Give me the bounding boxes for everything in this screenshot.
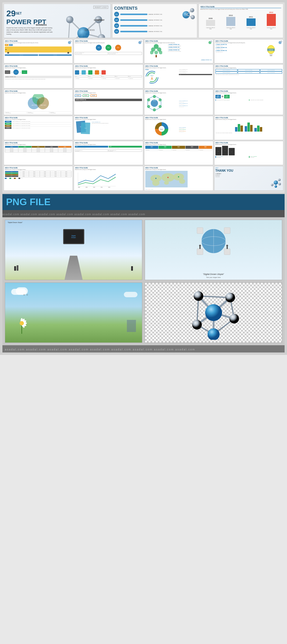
svg-text:2010: 2010 <box>93 187 95 188</box>
png-watermark-strip: asadal.com asadal.com asadal.com asadal.… <box>2 210 285 217</box>
svg-text:ADD TEXT: ADD TEXT <box>41 105 46 106</box>
svg-point-86 <box>278 179 281 181</box>
svg-point-56 <box>159 98 162 101</box>
svg-point-55 <box>153 95 156 98</box>
svg-rect-96 <box>224 249 230 255</box>
png-image-3: ∪∪ <box>5 282 142 343</box>
svg-point-119 <box>205 304 222 321</box>
molecule-graphic-cover <box>56 11 111 38</box>
svg-line-6 <box>83 38 102 38</box>
slide-circle-segments: ADD A TITLE SLIDE Asadal has been runnin… <box>144 116 213 140</box>
svg-point-99 <box>226 245 228 247</box>
svg-text:TEXT: TEXT <box>153 100 156 101</box>
slide-line-graph: ADD A TITLE SLIDE Asadal has been runnin… <box>74 166 143 191</box>
set-number: 29 <box>6 9 16 18</box>
success-label: SUCCESS <box>84 29 95 31</box>
png-file-title: PNG FILE <box>6 196 51 208</box>
svg-point-28 <box>154 51 158 54</box>
slide-devices: ADD A TITLE SLIDE Asadal has been runnin… <box>214 141 283 165</box>
row-7: ADD A TITLE SLIDE Asadal has been runnin… <box>4 166 283 191</box>
svg-point-23 <box>140 40 142 42</box>
svg-point-124 <box>194 291 203 301</box>
svg-point-123 <box>192 320 202 330</box>
bottom-watermark-text: asadal.com asadal.com asadal.com asadal.… <box>5 348 195 351</box>
insert-logo-label: INSERT LOGO <box>93 6 108 9</box>
row-6: ADD A TITLE SLIDE Asadal has been runnin… <box>4 141 283 165</box>
bottom-watermark-strip: asadal.com asadal.com asadal.com asadal.… <box>2 345 285 352</box>
slide-data-table: ADD A TITLE SLIDE Asadal has been runnin… <box>4 166 73 191</box>
contents-title: CONTENTS <box>114 6 176 11</box>
main-container: INSERT LOGO 29SET POWER PPT Asadal has b… <box>0 0 287 355</box>
slide-click-boxes: ADD A TITLE SLIDE Asadal has been runnin… <box>214 64 283 88</box>
svg-point-14 <box>66 16 73 23</box>
svg-point-80 <box>178 176 179 177</box>
svg-text:ADD TEXT: ADD TEXT <box>32 105 37 106</box>
svg-point-108 <box>20 321 24 325</box>
slide-bar-text-pairs: ADD A TITLE SLIDE Asadal has been runnin… <box>74 141 143 165</box>
contents-item-4: 04 ASADAL INTERNET, INC. <box>114 29 176 34</box>
svg-point-59 <box>147 105 150 108</box>
slide-add-title-bus: ADD A TITLE SLIDE Asadal has been runnin… <box>4 39 73 63</box>
svg-point-78 <box>167 177 169 178</box>
svg-text:2012: 2012 <box>108 187 110 188</box>
business-label: BUSINESS <box>36 24 47 26</box>
slide-multi-bar: ADD A TITLE SLIDE Asadal has been runnin… <box>214 116 283 140</box>
ppt-section: INSERT LOGO 29SET POWER PPT Asadal has b… <box>2 2 285 193</box>
timeline-title: ADD A TITLE SLIDE <box>201 6 282 8</box>
cover-slide: INSERT LOGO 29SET POWER PPT Asadal has b… <box>4 4 111 38</box>
svg-point-77 <box>179 179 185 184</box>
item-num-4: 04 <box>114 29 119 34</box>
svg-point-88 <box>275 185 277 188</box>
svg-rect-35 <box>269 54 272 55</box>
png-image-2: "Digital Dream Utopia" Text your slogan … <box>145 220 282 280</box>
svg-point-89 <box>271 184 273 186</box>
svg-point-75 <box>164 181 169 185</box>
slide-title-circles: ADD A TITLE SLIDE Asadal has been runnin… <box>74 39 143 63</box>
svg-marker-45 <box>151 77 153 78</box>
item-num-2: 02 <box>114 18 119 22</box>
svg-rect-98 <box>199 247 201 249</box>
svg-point-79 <box>155 178 156 179</box>
contents-slide: CONTENTS 01 ASADAL INTERNET, INC. 02 ASA… <box>112 4 197 38</box>
svg-point-21 <box>70 40 72 42</box>
svg-rect-95 <box>197 249 203 255</box>
svg-point-97 <box>199 245 201 247</box>
svg-text:ADD TEXT: ADD TEXT <box>36 97 42 99</box>
cover-description: Asadal has been running one of the bigge… <box>6 27 55 35</box>
svg-text:2008: 2008 <box>78 187 80 188</box>
svg-point-48 <box>37 97 49 109</box>
png-image-4 <box>145 282 282 343</box>
contents-item-1: 01 ASADAL INTERNET, INC. <box>114 12 176 17</box>
png-images-grid: DigitalDream "Digital Dream Utopia" <box>2 217 285 345</box>
svg-point-120 <box>225 293 235 302</box>
slide-asadal-list: ADD A TITLE SLIDE Asadal has been runnin… <box>4 116 73 140</box>
slide-flow-arrows: ADD A TITLE SLIDE Asadal has been runnin… <box>4 64 73 88</box>
row-5: ADD A TITLE SLIDE Asadal has been runnin… <box>4 116 283 140</box>
timeline-slide: ADD A TITLE SLIDE Asadal has been runnin… <box>198 4 284 38</box>
svg-point-57 <box>159 105 162 108</box>
slide-tree: ADD A TITLE SLIDE Asadal has been runnin… <box>144 39 213 63</box>
slide-curved-arrows: ADD A TITLE SLIDE Asadal has been runnin… <box>74 89 143 115</box>
svg-point-11 <box>98 34 105 38</box>
slide-airplane: ADD A TITLE SLIDE Asadal has been runnin… <box>144 64 213 88</box>
png-watermark-text: asadal.com asadal.com asadal.com asadal.… <box>2 213 145 216</box>
timeline-desc: Asadal has been running one of the bigge… <box>201 9 282 10</box>
svg-point-87 <box>279 183 281 185</box>
contents-item-2: 02 ASADAL INTERNET, INC. <box>114 18 176 22</box>
png-header: PNG FILE <box>2 194 285 210</box>
row-4: ADD A TITLE SLIDE Asadal has been runnin… <box>4 89 283 115</box>
slide-lightbulb: ADD A TITLE SLIDE Asadal has been runnin… <box>214 39 283 63</box>
svg-point-40 <box>280 40 282 42</box>
svg-point-19 <box>191 15 195 19</box>
svg-text:TEXT: TEXT <box>150 75 153 76</box>
svg-rect-30 <box>156 55 157 57</box>
slide-venn: ADD A TITLE SLIDE Asadal has been runnin… <box>4 89 73 115</box>
slide-cards: ADD A TITLE SLIDE Asadal has been runnin… <box>74 116 143 140</box>
svg-rect-93 <box>197 228 203 234</box>
row-3: ADD A TITLE SLIDE Asadal has been runnin… <box>4 64 283 88</box>
company-label: COMPANY <box>94 19 105 21</box>
svg-point-121 <box>229 314 239 324</box>
slide-world-map: ADD A TITLE SLIDE Asadal has been runnin… <box>144 166 213 191</box>
slide-col-compare: ADD A TITLE SLIDE Asadal has been runnin… <box>144 141 213 165</box>
svg-rect-100 <box>227 247 228 249</box>
